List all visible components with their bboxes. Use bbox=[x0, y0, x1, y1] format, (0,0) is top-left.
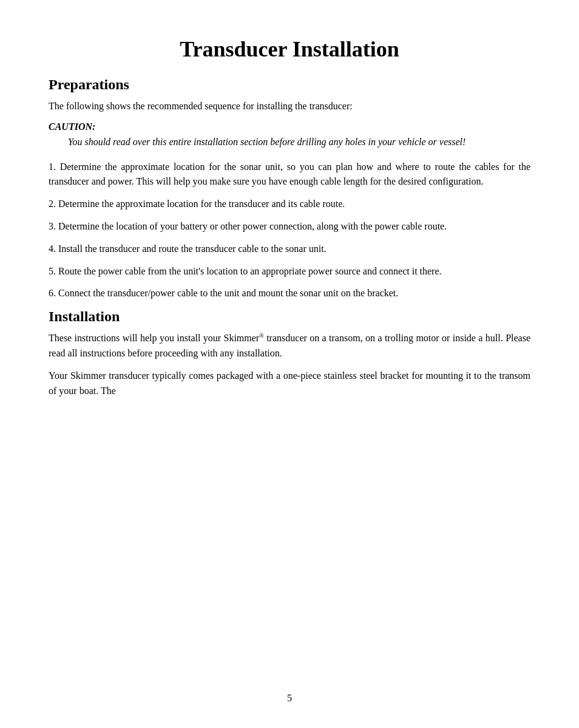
page-title: Transducer Installation bbox=[49, 36, 530, 62]
caution-label: CAUTION: bbox=[49, 121, 530, 132]
installation-p1-before: These instructions will help you install… bbox=[49, 333, 259, 344]
page: Transducer Installation Preparations The… bbox=[0, 0, 579, 728]
step-1: 1. Determine the approximate location fo… bbox=[49, 160, 530, 190]
preparations-heading: Preparations bbox=[49, 77, 530, 93]
step-3: 3. Determine the location of your batter… bbox=[49, 219, 530, 234]
caution-text: You should read over this entire install… bbox=[68, 135, 530, 150]
step-5: 5. Route the power cable from the unit's… bbox=[49, 264, 530, 279]
registered-mark: ® bbox=[259, 332, 264, 339]
page-number: 5 bbox=[0, 693, 579, 704]
installation-paragraph-1: These instructions will help you install… bbox=[49, 331, 530, 361]
preparations-intro: The following shows the recommended sequ… bbox=[49, 99, 530, 114]
caution-block: You should read over this entire install… bbox=[68, 135, 530, 150]
step-4: 4. Install the transducer and route the … bbox=[49, 242, 530, 257]
step-6: 6. Connect the transducer/power cable to… bbox=[49, 286, 530, 301]
installation-heading: Installation bbox=[49, 308, 530, 325]
installation-paragraph-2: Your Skimmer transducer typically comes … bbox=[49, 369, 530, 399]
step-2: 2. Determine the approximate location fo… bbox=[49, 197, 530, 212]
